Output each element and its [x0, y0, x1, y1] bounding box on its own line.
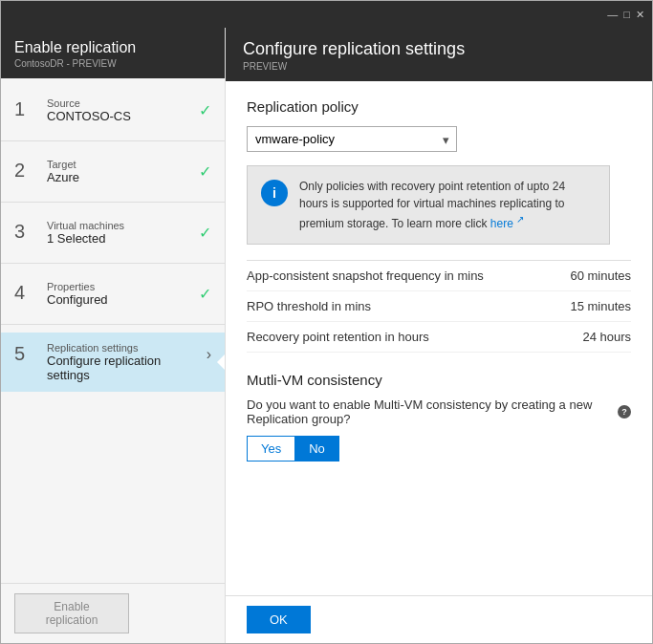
settings-value-2: 15 minutes	[570, 299, 631, 313]
step-label-3: Virtual machines	[47, 220, 199, 231]
settings-table: App-consistent snapshot frequency in min…	[247, 260, 631, 353]
right-footer: OK	[226, 595, 652, 643]
consistency-question-text: Do you want to enable Multi-VM consisten…	[247, 397, 614, 426]
step-item-3[interactable]: 3Virtual machines1 Selected✓	[1, 210, 225, 255]
step-info-4: PropertiesConfigured	[41, 281, 199, 307]
settings-label-3: Recovery point retention in hours	[247, 330, 429, 344]
content-area: Enable replication ContosoDR - PREVIEW 1…	[1, 28, 652, 643]
step-label-4: Properties	[47, 281, 199, 292]
help-icon[interactable]: ?	[618, 405, 631, 419]
left-footer: Enable replication	[1, 583, 225, 643]
ok-button[interactable]: OK	[247, 606, 311, 633]
step-number-2: 2	[14, 161, 41, 180]
consistency-section: Mutli-VM consistency Do you want to enab…	[247, 372, 631, 462]
left-panel: Enable replication ContosoDR - PREVIEW 1…	[1, 28, 226, 643]
replication-policy-title: Replication policy	[247, 98, 631, 115]
step-value-5: Configure replication settings	[47, 354, 207, 382]
title-bar: — □ ✕	[1, 1, 652, 28]
step-divider	[1, 140, 225, 141]
settings-label-1: App-consistent snapshot frequency in min…	[247, 268, 484, 283]
step-value-2: Azure	[47, 170, 199, 184]
left-header: Enable replication ContosoDR - PREVIEW	[1, 28, 225, 78]
settings-label-2: RPO threshold in mins	[247, 299, 371, 313]
step-item-1[interactable]: 1SourceCONTOSO-CS✓	[1, 88, 225, 133]
step-info-3: Virtual machines1 Selected	[41, 220, 199, 246]
no-button[interactable]: No	[294, 436, 339, 462]
step-number-4: 4	[14, 283, 41, 302]
step-number-3: 3	[14, 222, 41, 241]
step-arrow-icon-5: ›	[207, 346, 211, 363]
dropdown-wrapper: vmware-policy ▾	[247, 126, 457, 152]
step-label-2: Target	[47, 159, 199, 170]
right-header: Configure replication settings PREVIEW	[226, 28, 652, 81]
info-text: Only policies with recovery point retent…	[299, 178, 596, 232]
close-icon[interactable]: ✕	[636, 9, 644, 21]
settings-row-2: RPO threshold in mins 15 minutes	[247, 291, 631, 322]
step-divider	[1, 202, 225, 203]
step-divider	[1, 324, 225, 325]
step-value-1: CONTOSO-CS	[47, 109, 199, 123]
step-value-3: 1 Selected	[47, 231, 199, 246]
settings-row-1: App-consistent snapshot frequency in min…	[247, 261, 631, 291]
settings-value-3: 24 hours	[582, 330, 631, 344]
info-icon: i	[261, 180, 288, 206]
step-number-1: 1	[14, 99, 41, 118]
toggle-group: Yes No	[247, 436, 631, 462]
learn-more-link[interactable]: here	[490, 217, 513, 230]
step-value-4: Configured	[47, 292, 199, 307]
left-panel-title: Enable replication	[14, 39, 211, 56]
left-panel-subtitle: ContosoDR - PREVIEW	[14, 58, 211, 69]
step-divider	[1, 263, 225, 264]
steps-list: 1SourceCONTOSO-CS✓2TargetAzure✓3Virtual …	[1, 78, 225, 583]
settings-row-3: Recovery point retention in hours 24 hou…	[247, 322, 631, 353]
step-info-5: Replication settingsConfigure replicatio…	[41, 342, 207, 382]
minimize-icon[interactable]: —	[607, 9, 618, 21]
yes-button[interactable]: Yes	[247, 436, 294, 462]
step-item-4[interactable]: 4PropertiesConfigured✓	[1, 271, 225, 316]
settings-value-1: 60 minutes	[570, 268, 631, 283]
step-check-icon-3: ✓	[199, 224, 211, 242]
step-label-5: Replication settings	[47, 342, 207, 354]
main-window: — □ ✕ Enable replication ContosoDR - PRE…	[0, 0, 653, 644]
preview-tag: PREVIEW	[243, 61, 635, 72]
consistency-title: Mutli-VM consistency	[247, 372, 631, 388]
enable-replication-button[interactable]: Enable replication	[14, 593, 129, 633]
step-item-2[interactable]: 2TargetAzure✓	[1, 149, 225, 194]
step-check-icon-4: ✓	[199, 285, 211, 303]
replication-policy-select[interactable]: vmware-policy	[247, 126, 457, 152]
step-label-1: Source	[47, 97, 199, 109]
right-panel-title: Configure replication settings	[243, 39, 635, 59]
title-bar-controls: — □ ✕	[607, 9, 644, 21]
step-check-icon-2: ✓	[199, 162, 211, 181]
external-link-icon: ↗	[516, 214, 524, 225]
step-info-2: TargetAzure	[41, 159, 199, 184]
right-panel: Configure replication settings PREVIEW R…	[226, 28, 652, 643]
step-number-5: 5	[14, 344, 41, 363]
dropdown-container: vmware-policy ▾	[247, 126, 631, 152]
right-content: Replication policy vmware-policy ▾ i Onl…	[226, 81, 652, 595]
step-check-icon-1: ✓	[199, 101, 211, 119]
info-box: i Only policies with recovery point rete…	[247, 165, 610, 245]
maximize-icon[interactable]: □	[623, 9, 630, 21]
consistency-question: Do you want to enable Multi-VM consisten…	[247, 397, 631, 426]
step-item-5[interactable]: 5Replication settingsConfigure replicati…	[1, 333, 225, 392]
step-info-1: SourceCONTOSO-CS	[41, 97, 199, 123]
